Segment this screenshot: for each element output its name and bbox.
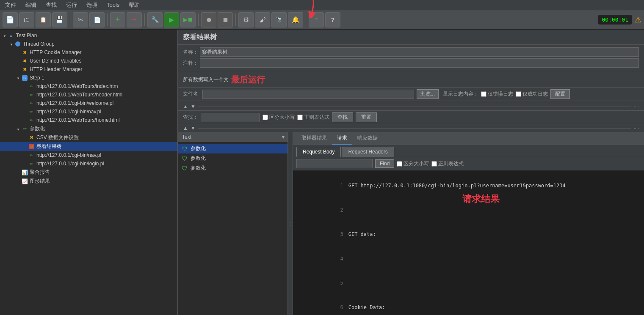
warning-icon[interactable]: ⚠	[635, 15, 641, 25]
menu-file[interactable]: 文件	[3, 0, 18, 10]
find-regex-label[interactable]: 正则表达式	[431, 160, 464, 167]
toggle-step1[interactable]	[15, 75, 21, 81]
tree-item-thread-group[interactable]: Thread Group	[0, 40, 177, 48]
annotation-last-run: 最后运行	[231, 74, 265, 85]
results-header-dropdown[interactable]: ▼	[281, 134, 286, 140]
find-button[interactable]: Find	[375, 159, 394, 168]
toggle-test-plan[interactable]	[2, 33, 8, 38]
tree-item-test-plan[interactable]: ▲ Test Plan	[0, 31, 177, 40]
play-button[interactable]: ▶	[164, 12, 179, 27]
find-regex-checkbox[interactable]	[431, 161, 437, 167]
reset-button[interactable]: 重置	[356, 112, 377, 122]
var-icon: ✖	[21, 58, 28, 64]
name-input[interactable]	[200, 47, 639, 57]
tree-item-http2[interactable]: ✏ http://127.0.0.1/WebTours/header.html	[0, 90, 177, 99]
find-case-sensitive-checkbox[interactable]	[397, 161, 402, 167]
find-case-sensitive-label[interactable]: 区分大小写	[397, 160, 429, 167]
menu-help[interactable]: 帮助	[127, 0, 141, 10]
tree-item-http4[interactable]: ✏ http://127.0.0.1/cgi-bin/nav.pl	[0, 107, 177, 116]
menu-find[interactable]: 查找	[44, 0, 58, 10]
tree-item-http3[interactable]: ✏ http://127.0.0.1/cgi-bin/welcome.pl	[0, 99, 177, 107]
http2-icon: ✏	[28, 91, 35, 98]
tree-item-header-manager[interactable]: ✖ HTTP Header Manager	[0, 65, 177, 74]
comment-input[interactable]	[200, 58, 639, 68]
toggle-canshuzhuhua[interactable]	[15, 126, 21, 132]
tree-item-graph[interactable]: 📈 图形结果	[0, 177, 177, 186]
brush-button[interactable]: 🖌	[255, 12, 270, 27]
regex-label[interactable]: 正则表达式	[297, 114, 329, 121]
vertical-handle[interactable]: ⋮	[288, 132, 293, 315]
result-item-1[interactable]: 🛡 参数化	[178, 153, 287, 163]
error-log-checkbox-label[interactable]: 仅错误日志	[481, 90, 513, 98]
tree-panel: ▲ Test Plan Thread Group ✖ HTTP Cookie M…	[0, 30, 178, 315]
tree-item-user-vars[interactable]: ✖ User Defined Variables	[0, 57, 177, 65]
testplan-icon: ▲	[8, 32, 14, 39]
threadgroup-icon	[14, 41, 21, 47]
down-arrow-2[interactable]: ▼	[191, 125, 196, 131]
remove-button[interactable]: −	[127, 12, 142, 27]
menu-options[interactable]: 选项	[85, 0, 99, 10]
toggle-thread-group[interactable]	[8, 41, 14, 47]
file-input[interactable]	[202, 90, 414, 99]
save-button[interactable]: 💾	[52, 12, 67, 27]
success-log-checkbox-label[interactable]: 仅成功日志	[516, 90, 548, 98]
wrench-button[interactable]: 🔧	[147, 12, 163, 27]
code-line-2: 2	[296, 198, 641, 223]
menu-run[interactable]: 运行	[64, 0, 79, 10]
http7-icon: ✏	[28, 160, 35, 167]
add-button[interactable]: +	[110, 12, 125, 27]
tree-item-http6[interactable]: ✏ http://127.0.0.1/cgi-bin/nav.pl	[0, 151, 177, 159]
results-header: Text ▼	[178, 132, 287, 142]
case-sensitive-checkbox[interactable]	[263, 115, 268, 120]
menu-tools[interactable]: Tools	[105, 1, 121, 9]
gear-button[interactable]: ⚙	[238, 12, 254, 27]
find-input[interactable]	[296, 159, 373, 168]
sub-tab-request-headers[interactable]: Request Headers	[342, 147, 394, 157]
search-button[interactable]: 查找	[332, 112, 353, 122]
tree-item-result-tree[interactable]: 🌿 察看结果树	[0, 142, 177, 151]
bell-button[interactable]: 🔔	[288, 12, 303, 27]
down-arrow[interactable]: ▼	[191, 104, 196, 110]
config-button[interactable]: 配置	[550, 89, 570, 99]
result-item-2[interactable]: 🛡 参数化	[178, 163, 287, 173]
resulttree-icon: 🌿	[28, 143, 35, 150]
form-area: 名称： 注释：	[178, 45, 644, 72]
sub-tab-request-body[interactable]: Request Body	[296, 147, 341, 157]
browse-button[interactable]: 浏览...	[417, 89, 439, 99]
tree-item-report[interactable]: 📊 聚合报告	[0, 168, 177, 177]
save-template-button[interactable]: 📋	[36, 12, 51, 27]
binoculars-button[interactable]: 🔭	[271, 12, 287, 27]
scissors-button[interactable]: ✂	[73, 12, 88, 27]
stop-button[interactable]: ⏺	[201, 12, 216, 27]
stop-all-button[interactable]: ⏹	[218, 12, 233, 27]
error-log-checkbox[interactable]	[481, 91, 486, 97]
play-area: ▶	[164, 12, 179, 27]
copy-button[interactable]: 📄	[89, 12, 105, 27]
search-input[interactable]	[201, 113, 260, 122]
tree-item-csv[interactable]: ✖ CSV 数据文件设置	[0, 133, 177, 142]
tree-item-http1[interactable]: ✏ http://127.0.0.1/WebTours/index.htm	[0, 82, 177, 90]
graph-icon: 📈	[21, 178, 28, 185]
new-button[interactable]: 📄	[3, 12, 18, 27]
up-arrow[interactable]: ▲	[183, 104, 188, 110]
tree-item-cookie-manager[interactable]: ✖ HTTP Cookie Manager	[0, 48, 177, 57]
play-stop-button[interactable]: ▶⏹	[180, 12, 196, 27]
tab-request[interactable]: 请求	[332, 132, 352, 145]
name-row: 名称：	[183, 47, 639, 57]
tab-response-data[interactable]: 响应数据	[352, 132, 383, 145]
open-button[interactable]: 🗂	[19, 12, 34, 27]
up-arrow-2[interactable]: ▲	[183, 125, 188, 131]
case-sensitive-label[interactable]: 区分大小写	[263, 114, 295, 121]
success-log-checkbox[interactable]	[516, 91, 521, 97]
list-button[interactable]: ≡	[309, 12, 324, 27]
results-header-text: Text	[180, 132, 281, 142]
regex-checkbox[interactable]	[297, 115, 303, 120]
tree-item-step1[interactable]: S Step 1	[0, 74, 177, 82]
help-button[interactable]: ?	[325, 12, 340, 27]
tree-item-canshuzhuhua[interactable]: ✏ 参数化	[0, 124, 177, 133]
tab-sampler-result[interactable]: 取样器结果	[296, 132, 332, 145]
result-item-0[interactable]: 🛡 参数化	[178, 144, 287, 153]
tree-item-http7[interactable]: ✏ http://127.0.0.1/cgi-bin/login.pl	[0, 159, 177, 168]
menu-edit[interactable]: 编辑	[24, 0, 38, 10]
tree-item-http5[interactable]: ✏ http://127.0.0.1/WebTours/home.html	[0, 116, 177, 124]
